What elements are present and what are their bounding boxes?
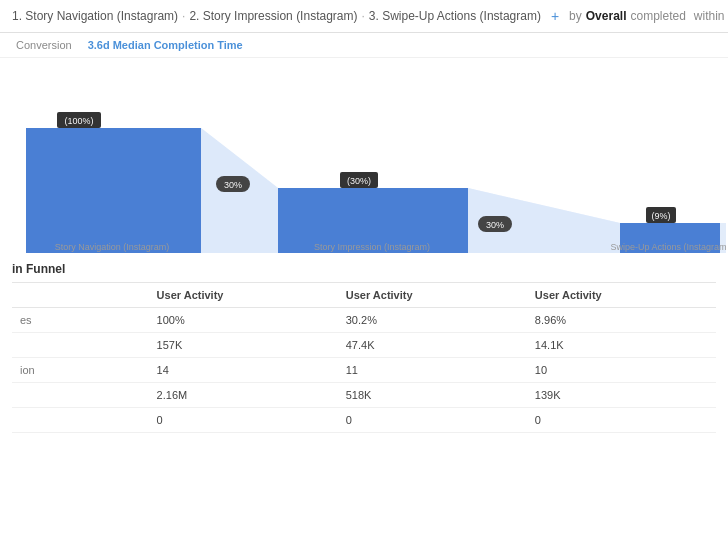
top-navigation-bar: 1. Story Navigation (Instagram) · 2. Sto… [0, 0, 728, 33]
add-step-button[interactable]: + [551, 8, 559, 24]
table-header: in Funnel [12, 262, 716, 276]
cell-3-2: 139K [527, 383, 716, 408]
row-label-1 [12, 333, 149, 358]
row-label-0: es [12, 308, 149, 333]
axis-label-3: Swipe-Up Actions (Instagram) [610, 242, 726, 252]
axis-label-2: Story Impression (Instagram) [314, 242, 430, 252]
table-row: es100%30.2%8.96% [12, 308, 716, 333]
cell-1-1: 47.4K [338, 333, 527, 358]
tooltip-1-text: (100%) [64, 116, 93, 126]
cell-1-0: 157K [149, 333, 338, 358]
step1-label[interactable]: 1. Story Navigation (Instagram) [12, 9, 178, 23]
table-body: es100%30.2%8.96%157K47.4K14.1Kion1411102… [12, 308, 716, 433]
cell-0-0: 100% [149, 308, 338, 333]
row-label-2: ion [12, 358, 149, 383]
funnel-svg-wrapper: (100%) (30%) (9%) 30% 30% Story Navigati… [12, 68, 716, 253]
within-label: within [694, 9, 725, 23]
dropoff-badge-2-text: 30% [486, 220, 504, 230]
cell-3-0: 2.16M [149, 383, 338, 408]
table-row: 000 [12, 408, 716, 433]
overall-label: Overall [586, 9, 627, 23]
cell-0-1: 30.2% [338, 308, 527, 333]
col-header-2: User Activity [338, 283, 527, 308]
cell-0-2: 8.96% [527, 308, 716, 333]
table-header-row: User Activity User Activity User Activit… [12, 283, 716, 308]
dropoff-badge-1-text: 30% [224, 180, 242, 190]
col-header-3: User Activity [527, 283, 716, 308]
conversion-label: Conversion [16, 39, 72, 51]
row-label-4 [12, 408, 149, 433]
funnel-data-table: User Activity User Activity User Activit… [12, 282, 716, 433]
cell-2-0: 14 [149, 358, 338, 383]
step2-label[interactable]: 2. Story Impression (Instagram) [189, 9, 357, 23]
tooltip-3-text: (9%) [651, 211, 670, 221]
funnel-table-section: in Funnel User Activity User Activity Us… [0, 258, 728, 433]
funnel-svg: (100%) (30%) (9%) 30% 30% Story Navigati… [12, 68, 726, 253]
cell-1-2: 14.1K [527, 333, 716, 358]
tooltip-2-text: (30%) [347, 176, 371, 186]
table-row: 2.16M518K139K [12, 383, 716, 408]
separator2: · [361, 9, 364, 23]
axis-label-1: Story Navigation (Instagram) [55, 242, 170, 252]
completed-label: completed [630, 9, 685, 23]
separator1: · [182, 9, 185, 23]
by-label: by [569, 9, 582, 23]
cell-4-0: 0 [149, 408, 338, 433]
median-time: 3.6d Median Completion Time [88, 39, 243, 51]
cell-4-1: 0 [338, 408, 527, 433]
funnel-chart: (100%) (30%) (9%) 30% 30% Story Navigati… [0, 58, 728, 258]
sub-header: Conversion 3.6d Median Completion Time [0, 33, 728, 58]
step3-label[interactable]: 3. Swipe-Up Actions (Instagram) [369, 9, 541, 23]
cell-3-1: 518K [338, 383, 527, 408]
table-row: 157K47.4K14.1K [12, 333, 716, 358]
bar-1 [26, 128, 201, 253]
cell-4-2: 0 [527, 408, 716, 433]
table-row: ion141110 [12, 358, 716, 383]
cell-2-2: 10 [527, 358, 716, 383]
row-label-3 [12, 383, 149, 408]
cell-2-1: 11 [338, 358, 527, 383]
col-header-1: User Activity [149, 283, 338, 308]
col-header-0 [12, 283, 149, 308]
